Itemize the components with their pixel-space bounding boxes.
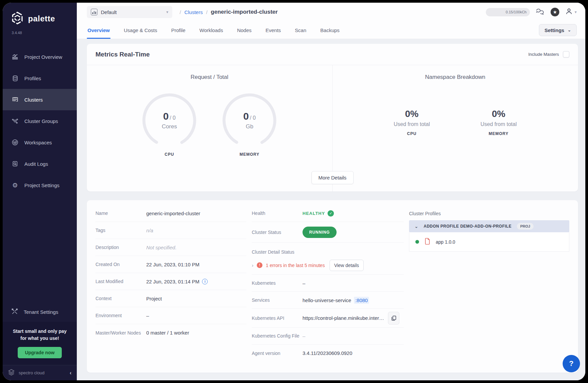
palette-logo-icon [11, 11, 24, 26]
settings-button[interactable]: Settings ⌄ [539, 24, 577, 36]
header-block: Default ▾ / Clusters / generic-imported-… [77, 3, 585, 39]
profile-scope-badge: PROJ [517, 223, 534, 230]
cluster-profiles-column: Cluster Profiles ⌄ ADDON PROFILE DEMO-AD… [409, 205, 569, 364]
sidebar-item-workspaces[interactable]: Workspaces [3, 132, 77, 153]
memory-used: 0 [243, 111, 249, 122]
detail-label: Master/Worker Nodes [95, 330, 146, 336]
detail-value: 22 Jun, 2023, 01:10 PM [146, 262, 199, 267]
detail-value: – [303, 333, 305, 339]
service-name: hello-universe-service [303, 297, 351, 303]
chevron-down-icon: ▾ [166, 10, 168, 14]
tab-backups[interactable]: Backups [320, 21, 340, 39]
detail-row-last-modified: Last Modified 22 Jun, 2023, 01:14 PM i [95, 273, 246, 290]
upgrade-now-button[interactable]: Upgrade now [18, 347, 62, 358]
page-content: Metrics Real-Time Include Masters Reques… [77, 39, 585, 373]
tab-profile[interactable]: Profile [171, 21, 186, 39]
help-button[interactable]: ? [563, 355, 580, 372]
memory-percent: 0% [475, 109, 522, 119]
user-menu[interactable]: ▾ [565, 8, 577, 16]
detail-row-context: Context Project [95, 290, 246, 307]
app-version: 3.4.48 [3, 26, 77, 35]
memory-caption: Used from total [475, 121, 522, 127]
detail-row-kubernetes: Kubernetes – [252, 275, 404, 292]
upgrade-promo: Start small and only pay for what you us… [3, 322, 77, 365]
detail-label: Agent version [252, 351, 303, 356]
promo-line-1: Start small and only pay [7, 328, 72, 335]
cpu-gauge-value: 0/ 0 [163, 111, 176, 122]
metrics-realtime-card: Metrics Real-Time Include Masters Reques… [87, 44, 578, 191]
detail-label: Cluster Detail Status [252, 249, 303, 255]
tab-usage-costs[interactable]: Usage & Costs [123, 21, 158, 39]
service-port-link[interactable]: :8080 [354, 297, 369, 304]
health-check-icon: ✓ [328, 210, 334, 217]
gear-icon: ⚙ [11, 181, 19, 189]
topbar: Default ▾ / Clusters / generic-imported-… [77, 3, 585, 21]
bar-chart-icon [91, 9, 97, 15]
clusters-icon [11, 97, 19, 103]
detail-row-created-on: Created On 22 Jun, 2023, 01:10 PM [95, 256, 246, 273]
view-details-button[interactable]: View details [330, 260, 364, 271]
tab-scan[interactable]: Scan [294, 21, 307, 39]
cpu-used: 0 [163, 111, 169, 122]
info-icon[interactable]: i [202, 279, 208, 284]
detail-label: Created On [95, 262, 146, 267]
cluster-status-badge[interactable]: RUNNING [303, 227, 337, 238]
namespace-stats: 0% Used from total CPU 0% Used from tota… [333, 109, 578, 136]
tab-overview[interactable]: Overview [87, 21, 111, 39]
sidebar-collapse-icon[interactable]: ‹ [70, 370, 71, 376]
project-selector-value: Default [101, 9, 163, 15]
sidebar-item-tenant-settings[interactable]: Tenant Settings [3, 302, 77, 322]
include-masters-checkbox[interactable] [563, 51, 569, 57]
copy-icon [391, 315, 396, 321]
cluster-profile-accordion-header[interactable]: ⌄ ADDON PROFILE DEMO-ADD-ON-PROFILE PROJ [409, 220, 569, 232]
health-row: Health HEALTHY ✓ [252, 205, 404, 222]
expand-chevron-icon[interactable]: › [252, 262, 253, 268]
sidebar-item-clusters[interactable]: Clusters [3, 89, 77, 110]
pack-name: app 1.0.0 [436, 239, 455, 245]
cpu-percent: 0% [388, 109, 435, 119]
copy-button[interactable] [388, 312, 399, 325]
tab-label: Nodes [237, 27, 251, 33]
tab-label: Overview [87, 27, 110, 33]
sidebar-item-project-settings[interactable]: ⚙ Project Settings [3, 174, 77, 196]
namespace-memory-stat: 0% Used from total MEMORY [475, 109, 522, 136]
usage-meter-badge: 0.15/100kCh [486, 8, 530, 16]
chevron-down-icon: ⌄ [568, 28, 571, 32]
chevron-down-icon: ⌄ [414, 224, 418, 229]
memory-gauge: 0/ 0 Gb MEMORY [221, 92, 278, 157]
detail-value: – [146, 313, 149, 318]
detail-label: Kubernetes [252, 280, 303, 286]
sidebar-item-project-overview[interactable]: Project Overview [3, 46, 77, 68]
promo-text: Start small and only pay for what you us… [7, 328, 72, 342]
detail-value: n/a [146, 228, 153, 233]
tab-events[interactable]: Events [265, 21, 281, 39]
workspaces-icon [11, 139, 19, 146]
detail-row-name: Name generic-imported-cluster [95, 205, 246, 222]
sidebar-item-audit-logs[interactable]: Audit Logs [3, 153, 77, 174]
cluster-status-row: Cluster Status RUNNING [252, 222, 404, 243]
breadcrumb-separator: / [180, 9, 181, 15]
sidebar-item-cluster-groups[interactable]: Cluster Groups [3, 110, 77, 132]
breadcrumb-clusters-link[interactable]: Clusters [184, 9, 203, 15]
profile-pack-row[interactable]: app 1.0.0 [409, 232, 569, 252]
sidebar-nav: Project Overview Profiles [3, 46, 77, 196]
cluster-details-card: Name generic-imported-cluster Tags n/a D… [87, 200, 578, 373]
chat-button[interactable] [536, 8, 545, 16]
breadcrumb-separator: / [206, 9, 207, 15]
tab-nodes[interactable]: Nodes [236, 21, 252, 39]
sidebar-item-profiles[interactable]: Profiles [3, 68, 77, 89]
project-selector[interactable]: Default ▾ [87, 6, 172, 18]
namespace-breakdown-title: Namespace Breakdown [333, 74, 578, 81]
detail-row-kubernetes-api: Kubernetes API https://control-plane.min… [252, 309, 404, 328]
brand-name: palette [28, 14, 55, 23]
cpu-gauge-metric: CPU [141, 152, 198, 157]
tab-workloads[interactable]: Workloads [199, 21, 224, 39]
detail-label: Description [95, 245, 146, 250]
cpu-total: / 0 [170, 115, 176, 121]
more-details-button[interactable]: More Details [311, 171, 353, 184]
kubernetes-api-value: https://control-plane.minikube.intern... [303, 312, 399, 325]
cpu-gauge: 0/ 0 Cores CPU [141, 92, 198, 157]
whats-new-button[interactable]: ★ [551, 8, 559, 16]
project-overview-icon [11, 53, 19, 60]
detail-label: Environment [95, 313, 146, 318]
